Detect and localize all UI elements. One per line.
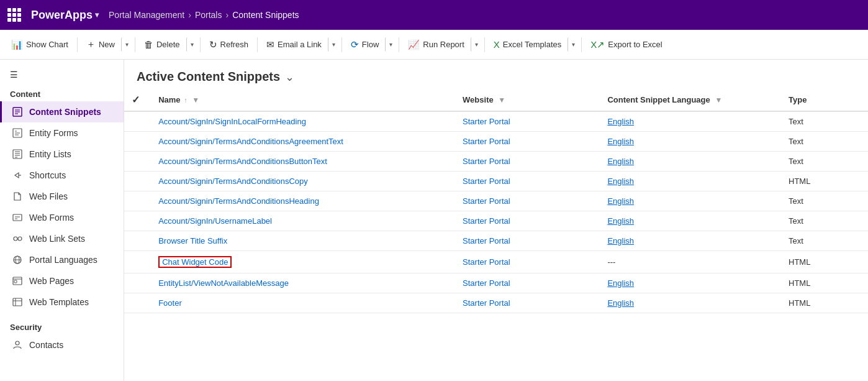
row-language-link[interactable]: English [607, 278, 634, 288]
email-chevron-icon: ▾ [332, 41, 335, 48]
col-header-language: Content Snippet Language ▼ [600, 89, 781, 111]
excel-templates-dropdown-button[interactable]: ▾ [567, 37, 579, 52]
email-dropdown-button[interactable]: ▾ [328, 37, 339, 52]
highlighted-link[interactable]: Chat Widget Code [158, 256, 232, 268]
row-name-cell: Account/SignIn/SignInLocalFormHeading [151, 111, 455, 132]
run-report-button[interactable]: 📈 Run Report [402, 35, 470, 54]
row-language-link[interactable]: English [607, 177, 634, 186]
app-name-chevron[interactable]: ▾ [95, 11, 99, 19]
shortcuts-icon [12, 170, 23, 181]
sidebar-item-entity-forms[interactable]: Entity Forms [0, 122, 124, 144]
flow-button[interactable]: ⟳ Flow [345, 35, 385, 54]
sidebar-item-shortcuts[interactable]: Shortcuts [0, 165, 124, 186]
table-row: Account/SignIn/SignInLocalFormHeadingSta… [124, 111, 868, 132]
row-language-link[interactable]: English [607, 216, 634, 226]
row-checkbox-cell[interactable] [124, 132, 151, 152]
row-checkbox-cell[interactable] [124, 172, 151, 191]
row-language-link[interactable]: English [607, 236, 634, 246]
delete-icon: 🗑 [144, 39, 153, 50]
row-website-cell[interactable]: Starter Portal [455, 111, 600, 132]
show-chart-button[interactable]: 📊 Show Chart [5, 35, 75, 54]
row-name-link[interactable]: Account/Signin/TermsAndConditionsCopy [158, 177, 308, 186]
row-name-link[interactable]: Account/SignIn/UsernameLabel [158, 216, 272, 226]
row-name-cell: Account/SignIn/UsernameLabel [151, 211, 455, 231]
entity-lists-icon [12, 149, 23, 160]
run-report-dropdown-button[interactable]: ▾ [471, 37, 482, 52]
title-dropdown-icon[interactable]: ⌄ [285, 70, 294, 84]
content-snippets-icon [12, 106, 23, 117]
row-type-cell: Text [781, 152, 868, 172]
portal-languages-icon [12, 254, 23, 265]
name-filter-icon[interactable]: ▼ [192, 96, 199, 104]
row-checkbox-cell[interactable] [124, 293, 151, 313]
sidebar-toggle[interactable]: ☰ [0, 65, 124, 85]
sidebar-item-web-templates[interactable]: Web Templates [0, 291, 124, 313]
sidebar-item-portal-languages[interactable]: Portal Languages [0, 249, 124, 270]
row-language-link[interactable]: English [607, 196, 634, 206]
export-excel-button[interactable]: X↗ Export to Excel [584, 35, 668, 54]
row-website-cell[interactable]: Starter Portal [455, 132, 600, 152]
row-language-link[interactable]: English [607, 137, 634, 146]
row-website-cell[interactable]: Starter Portal [455, 293, 600, 313]
website-filter-icon[interactable]: ▼ [498, 96, 505, 104]
flow-dropdown-button[interactable]: ▾ [385, 37, 396, 52]
sidebar-item-entity-lists[interactable]: Entity Lists [0, 144, 124, 165]
svg-point-18 [18, 237, 22, 241]
waffle-icon[interactable] [7, 8, 21, 22]
sidebar-item-web-files[interactable]: Web Files [0, 186, 124, 207]
delete-chevron-icon: ▾ [191, 41, 194, 48]
row-checkbox-cell[interactable] [124, 191, 151, 211]
row-name-link[interactable]: EntityList/ViewNotAvailableMessage [158, 278, 289, 288]
sidebar-item-contacts[interactable]: Contacts [0, 334, 124, 356]
row-website-cell[interactable]: Starter Portal [455, 152, 600, 172]
row-checkbox-cell[interactable] [124, 251, 151, 273]
breadcrumb-portal-mgmt[interactable]: Portal Management [109, 10, 184, 20]
breadcrumb-portals[interactable]: Portals [195, 10, 222, 20]
row-website-cell[interactable]: Starter Portal [455, 231, 600, 251]
delete-button[interactable]: 🗑 Delete [138, 35, 186, 53]
toolbar-divider-7 [484, 37, 485, 52]
row-checkbox-cell[interactable] [124, 211, 151, 231]
row-checkbox-cell[interactable] [124, 152, 151, 172]
row-website-cell[interactable]: Starter Portal [455, 191, 600, 211]
sidebar-item-label: Web Templates [29, 297, 89, 307]
row-name-link[interactable]: Account/Signin/TermsAndConditionsHeading [158, 196, 319, 206]
row-language-link[interactable]: English [607, 298, 634, 308]
sidebar-item-web-pages[interactable]: Web Pages [0, 270, 124, 291]
table-row: Account/Signin/TermsAndConditionsAgreeme… [124, 132, 868, 152]
row-checkbox-cell[interactable] [124, 273, 151, 293]
sidebar-item-web-forms[interactable]: Web Forms [0, 207, 124, 228]
row-name-cell: Account/Signin/TermsAndConditionsButtonT… [151, 152, 455, 172]
row-checkbox-cell[interactable] [124, 231, 151, 251]
row-website-cell[interactable]: Starter Portal [455, 211, 600, 231]
row-website-cell[interactable]: Starter Portal [455, 251, 600, 273]
table-row: Account/Signin/TermsAndConditionsButtonT… [124, 152, 868, 172]
app-name[interactable]: PowerApps ▾ [31, 9, 99, 22]
delete-dropdown-button[interactable]: ▾ [186, 37, 197, 52]
content-section-label: Content [0, 85, 124, 101]
row-name-link[interactable]: Browser Title Suffix [158, 236, 227, 246]
check-all-icon[interactable]: ✓ [132, 94, 140, 105]
name-sort-icon[interactable]: ↑ [184, 96, 188, 104]
new-dropdown-button[interactable]: ▾ [121, 37, 132, 52]
email-link-button[interactable]: ✉ Email a Link [260, 35, 328, 54]
refresh-button[interactable]: ↻ Refresh [203, 35, 255, 54]
sidebar-item-content-snippets[interactable]: Content Snippets [0, 101, 124, 122]
row-language-link[interactable]: English [607, 117, 634, 126]
row-name-link[interactable]: Footer [158, 298, 182, 308]
excel-templates-button[interactable]: X Excel Templates [487, 35, 567, 53]
row-language-cell: English [600, 132, 781, 152]
new-button[interactable]: ＋ New [80, 35, 121, 54]
row-language-link[interactable]: English [607, 157, 634, 166]
row-name-link[interactable]: Account/Signin/TermsAndConditionsAgreeme… [158, 137, 343, 146]
row-website-cell[interactable]: Starter Portal [455, 273, 600, 293]
row-name-link[interactable]: Account/SignIn/SignInLocalFormHeading [158, 117, 306, 126]
svg-rect-25 [14, 280, 17, 283]
sidebar-item-web-link-sets[interactable]: Web Link Sets [0, 228, 124, 249]
row-type-cell: Text [781, 211, 868, 231]
row-checkbox-cell[interactable] [124, 111, 151, 132]
row-type-cell: HTML [781, 172, 868, 191]
row-name-link[interactable]: Account/Signin/TermsAndConditionsButtonT… [158, 157, 327, 166]
lang-filter-icon[interactable]: ▼ [715, 96, 722, 104]
row-website-cell[interactable]: Starter Portal [455, 172, 600, 191]
